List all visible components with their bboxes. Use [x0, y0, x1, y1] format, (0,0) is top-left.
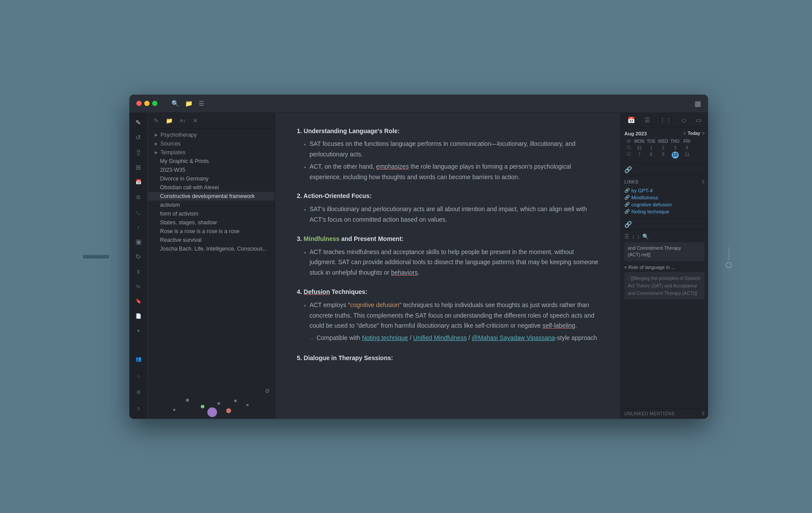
graph-node	[226, 408, 231, 413]
link-item-cog-defusion[interactable]: 🔗 cognitive defusion	[624, 201, 705, 208]
sidebar-item-2023w35[interactable]: 2023-W35	[148, 166, 274, 174]
bullet-text: SAT focuses on the functions language pe…	[310, 139, 598, 160]
sidebar-graph-area: ⚙	[148, 384, 274, 419]
help-rail-icon[interactable]: ?	[132, 403, 145, 415]
copy-rail-icon[interactable]: ⧉	[132, 191, 145, 203]
new-folder-icon[interactable]: 📁	[164, 117, 175, 125]
sidebar-item-rose[interactable]: Rose is a rose is a rose is a rose	[148, 227, 274, 236]
terminal-rail-icon[interactable]: ›_	[132, 206, 145, 218]
section-5: 5. Dialogue in Therapy Sessions:	[297, 353, 598, 364]
backlink-sub-title[interactable]: ▾ Role of language in ...	[624, 264, 705, 272]
rp-layout-icon[interactable]: ▭	[696, 117, 702, 124]
sidebar-item-form-activism[interactable]: form of activism	[148, 209, 274, 218]
new-note-icon[interactable]: ✎	[152, 117, 160, 125]
backlinks-search-small-icon[interactable]: 🔍	[642, 234, 649, 240]
chevron-icon: ▶	[155, 142, 158, 146]
sidebar-item-graphic-prints[interactable]: My Graphic & Prints	[148, 157, 274, 166]
bullet-3-1: • ACT teaches mindfulness and acceptance…	[297, 247, 598, 278]
sidebar-item-joscha[interactable]: Joscha Bach. Life, Intelligence, Conscio…	[148, 244, 274, 253]
links-title: LINKS 8	[624, 180, 705, 184]
section-4: 4. Defusion Techniques: • ACT employs "c…	[297, 287, 598, 344]
link-noting[interactable]: Noting technique	[362, 334, 408, 341]
sidebar: ✎ 📁 ≡↕ ✕ ▶ Psychotherapy ▶ Sources	[148, 113, 275, 419]
sort-icon[interactable]: ≡↕	[178, 117, 188, 125]
backlinks-sort-icon[interactable]: ↕	[632, 234, 634, 240]
graph-node	[186, 399, 189, 402]
sidebar-item-obsidian-call[interactable]: Obsidian call with Alexei	[148, 183, 274, 192]
refresh-rail-icon[interactable]: ↻	[132, 251, 145, 263]
cal-header-row: W MON TUE WED THU FRI	[624, 139, 705, 144]
backlink-text-1: and Commitment Therapy (ACT).md]]	[628, 245, 701, 259]
highlight-self-labeling: self-labeling	[542, 322, 575, 329]
graph-rail-icon[interactable]: ⣿	[132, 146, 145, 159]
close-sidebar-icon[interactable]: ✕	[191, 117, 199, 125]
calendar-rail-icon[interactable]: 📅	[132, 176, 145, 188]
calendar-section: Aug 2023 < Today > W MON TUE	[621, 127, 708, 163]
edit-rail-icon[interactable]: ✎	[132, 117, 145, 129]
cal-next-button[interactable]: >	[702, 131, 705, 136]
folder-icon[interactable]: 📁	[185, 100, 192, 107]
mini-graph[interactable]: ⚙	[148, 384, 274, 419]
dollar-rail-icon[interactable]: $	[132, 265, 145, 278]
sidebar-item-sources[interactable]: ▶ Sources	[148, 139, 274, 148]
star-rail-icon[interactable]: ✦	[132, 325, 145, 337]
sidebar-item-states-stages[interactable]: States, stages, shadow	[148, 218, 274, 227]
sidebar-item-reactive[interactable]: Reactive survival	[148, 236, 274, 244]
sidebar-item-activism[interactable]: activism	[148, 201, 274, 209]
link-unified-mindfulness[interactable]: Unified Mindfulness	[413, 334, 467, 341]
backlink-text-2: - [[Merging the principles of Speech Act…	[628, 276, 700, 296]
section-1-header: 1. Understanding Language's Role:	[297, 126, 598, 137]
grid-rail-icon[interactable]: ⊞	[132, 161, 145, 173]
bullet-dot: •	[304, 163, 306, 183]
today-button[interactable]: Today	[687, 131, 700, 136]
sidebar-toggle-icon[interactable]: ☰	[199, 100, 204, 107]
mic-rail-icon[interactable]: ♪	[132, 221, 145, 233]
doc-rail-icon[interactable]: 📄	[132, 310, 145, 322]
backlinks-list-icon[interactable]: ☰	[624, 234, 629, 240]
link-item-mindfulness[interactable]: 🔗 Mindfulness	[624, 194, 705, 201]
link-item-noting[interactable]: 🔗 Noting technique	[624, 208, 705, 215]
sidebar-toolbar: ✎ 📁 ≡↕ ✕	[148, 113, 274, 129]
rp-tag-icon[interactable]: ◇	[681, 117, 686, 124]
sidebar-item-divorce[interactable]: Divorce in Germany	[148, 174, 274, 183]
graph-settings-icon[interactable]: ⚙	[265, 388, 270, 394]
backlinks-icon[interactable]: 🔗	[624, 221, 632, 228]
maximize-button[interactable]	[152, 101, 157, 106]
bullet-dot: •	[304, 248, 306, 278]
cal-prev-button[interactable]: <	[684, 131, 686, 136]
backlinks-search-icon[interactable]: 🔗	[624, 166, 632, 173]
link-chain-icon: 🔗	[624, 195, 630, 200]
bullet-4-1: • ACT employs "cognitive defusion" techn…	[297, 300, 598, 331]
section-1: 1. Understanding Language's Role: • SAT …	[297, 126, 598, 183]
icon-rail: ✎ ↺ ⣿ ⊞ 📅 ⧉ ›_ ♪ ▣ ↻ $ % 🔖 📄 ✦ 👥	[129, 113, 148, 419]
sidebar-item-constructive[interactable]: Constructive developmental framework	[148, 192, 274, 201]
layout-icon[interactable]: ▩	[694, 100, 701, 107]
backlinks-sort2-icon[interactable]: ↨	[637, 234, 640, 240]
bookmark-rail-icon[interactable]: 🔖	[132, 295, 145, 308]
titlebar-icons: 🔍 📁 ☰	[171, 100, 204, 107]
main-editor[interactable]: 1. Understanding Language's Role: • SAT …	[275, 113, 620, 419]
percent-rail-icon[interactable]: %	[132, 280, 145, 293]
people-rail-icon[interactable]: 👥	[132, 353, 145, 365]
highlight-cognitive-defusion: cognitive defusion	[350, 301, 399, 308]
close-button[interactable]	[136, 101, 142, 106]
app-body: ✎ ↺ ⣿ ⊞ 📅 ⧉ ›_ ♪ ▣ ↻ $ % 🔖 📄 ✦ 👥	[129, 113, 708, 419]
link-mahasi[interactable]: @Mahasi Sayadaw Vipassana	[472, 334, 555, 341]
highlight-mindfulness: Mindfulness	[304, 235, 340, 242]
sidebar-item-templates[interactable]: ▶ Templates	[148, 148, 274, 157]
rp-list-icon[interactable]: ☰	[645, 117, 650, 124]
settings-rail-icon[interactable]: ⚙	[132, 386, 145, 399]
scroll-circle	[726, 262, 732, 268]
bullet-1-1: • SAT focuses on the functions language …	[297, 139, 598, 160]
history-rail-icon[interactable]: ↺	[132, 131, 145, 144]
backlink-item-1: and Commitment Therapy (ACT).md]]	[624, 242, 705, 262]
rp-graph-icon[interactable]: ⋮⋮	[659, 117, 672, 124]
layout-rail-icon[interactable]: ▣	[132, 236, 145, 248]
sidebar-item-psychotherapy[interactable]: ▶ Psychotherapy	[148, 131, 274, 139]
link-item-gpt4[interactable]: 🔗 by GPT-4	[624, 187, 705, 194]
rp-calendar-icon[interactable]: 📅	[627, 117, 635, 124]
minimize-button[interactable]	[144, 101, 150, 106]
home-rail-icon[interactable]: ⌂	[132, 370, 145, 382]
search-icon[interactable]: 🔍	[171, 100, 179, 107]
cal-week-31: 31 31 1 2 3 4	[624, 145, 705, 151]
